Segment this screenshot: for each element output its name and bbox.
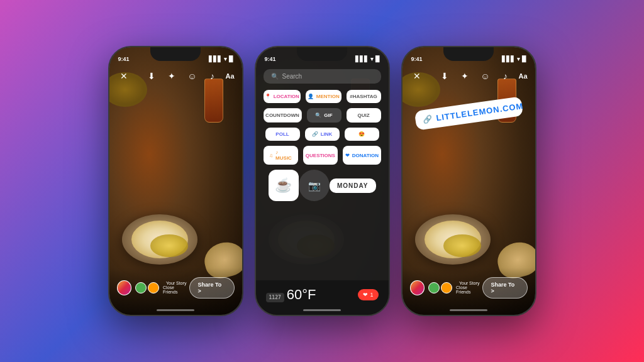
sticker-row-1: 📍 LOCATION 👤 MENTION #HASHTAG	[264, 90, 381, 103]
sticker-search-bar[interactable]: 🔍 Search	[264, 69, 381, 84]
heart-notification-icon: ❤	[363, 292, 368, 298]
notification-badge[interactable]: ❤ 1	[358, 289, 378, 300]
story-targets-right: Your Story Close Friends	[410, 280, 483, 295]
status-time-mid: 9:41	[265, 56, 276, 62]
text-tool-label-right[interactable]: Aa	[518, 72, 527, 80]
your-story-label: Your Story	[166, 281, 186, 285]
link-sticker-btn[interactable]: 🔗 LINK	[305, 128, 340, 141]
story-label-group: Your Story Close Friends	[163, 281, 189, 294]
camera-icon: 📷	[308, 180, 321, 192]
heart-icon: ❤	[345, 153, 350, 158]
notch-right	[443, 47, 494, 61]
close-friends-label: Close Friends	[163, 285, 189, 294]
dot-close-friends-right[interactable]	[441, 282, 452, 293]
wifi-icon-right: ▾	[517, 56, 520, 62]
status-time-right: 9:41	[411, 56, 423, 62]
notch	[150, 47, 201, 61]
hashtag-sticker[interactable]: #HASHTAG	[347, 90, 381, 103]
share-button-right[interactable]: Share To >	[482, 277, 527, 299]
avatar	[117, 280, 132, 295]
sticker-icon[interactable]: ☺	[185, 69, 199, 83]
location-sticker[interactable]: 📍 LOCATION	[264, 90, 301, 103]
search-placeholder: Search	[282, 73, 303, 80]
toolbar-right-icons: ⬇ ✦ ☺ ♪ Aa	[145, 69, 234, 83]
avatar-right	[410, 280, 425, 295]
temp-digits: 1127	[266, 293, 284, 302]
right-phone: 9:41 ▋▋▋ ▾ ▉ ✕ ⬇ ✦ ☺ ♪ Aa 🔗 LITTLELEMON.…	[401, 46, 536, 316]
sticker-row-3: POLL 🔗 LINK 😍	[264, 128, 381, 141]
temperature-value: 60°F	[287, 287, 316, 303]
location-pin-icon: 📍	[265, 94, 271, 99]
middle-phone: 9:41 ▋▋▋ ▾ ▉ 🔍 Search 📍 LOCATION	[255, 46, 390, 316]
battery-icon-right: ▉	[522, 56, 526, 62]
gif-sticker[interactable]: 🔍 GIF	[307, 108, 341, 123]
countdown-sticker[interactable]: COUNTDOWN	[264, 108, 302, 123]
sticker-row-2: COUNTDOWN 🔍 GIF QUIZ	[264, 108, 381, 123]
close-friends-label-right: Close Friends	[456, 285, 482, 294]
story-toolbar-top-right: ✕ ⬇ ✦ ☺ ♪ Aa	[402, 65, 535, 87]
mention-sticker[interactable]: 👤 MENTION	[306, 90, 341, 103]
questions-sticker[interactable]: QUESTIONS	[303, 146, 338, 165]
signal-icon: ▋▋▋	[209, 56, 222, 62]
donation-sticker[interactable]: ❤ DONATION	[343, 146, 380, 165]
music-note-icon: ♫	[269, 153, 273, 158]
home-indicator-right	[450, 309, 487, 311]
sticker-grid: 📍 LOCATION 👤 MENTION #HASHTAG COUNTDOWN	[256, 90, 389, 165]
monday-mug-sticker[interactable]: ☕	[269, 170, 299, 201]
notch-mid	[297, 47, 347, 61]
story-toolbar-top: ✕ ⬇ ✦ ☺ ♪ Aa	[109, 65, 242, 87]
quiz-sticker[interactable]: QUIZ	[347, 108, 381, 123]
dot-your-story[interactable]	[135, 282, 147, 293]
wifi-icon-mid: ▾	[370, 56, 374, 62]
gif-icon: 🔍	[315, 112, 321, 118]
download-icon-right[interactable]: ⬇	[438, 69, 452, 83]
camera-sticker[interactable]: 📷	[299, 170, 330, 201]
poll-sticker[interactable]: POLL	[265, 128, 300, 141]
music-sticker[interactable]: ♫ ♪ MUSIC	[264, 146, 298, 165]
signal-icon-right: ▋▋▋	[502, 56, 515, 62]
music-icon[interactable]: ♪	[205, 69, 219, 83]
share-button[interactable]: Share To >	[189, 277, 234, 299]
status-time: 9:41	[118, 56, 130, 62]
sparkle-icon[interactable]: ✦	[165, 69, 179, 83]
sparkle-icon-right[interactable]: ✦	[458, 69, 472, 83]
monday-sticker[interactable]: MONDAY	[330, 178, 376, 193]
text-tool-label[interactable]: Aa	[225, 72, 234, 80]
left-phone: 9:41 ▋▋▋ ▾ ▉ ✕ ⬇ ✦ ☺ ♪ Aa	[108, 46, 243, 316]
signal-icon-mid: ▋▋▋	[355, 56, 369, 62]
wifi-icon: ▾	[224, 56, 227, 62]
battery-icon: ▉	[229, 56, 233, 62]
music-icon-right[interactable]: ♪	[498, 69, 512, 83]
status-icons: ▋▋▋ ▾ ▉	[209, 56, 233, 62]
link-sticker-icon: 🔗	[422, 114, 433, 124]
download-icon[interactable]: ⬇	[145, 69, 158, 83]
notification-count: 1	[370, 292, 373, 298]
story-bottom-bar: Your Story Close Friends Share To >	[109, 268, 242, 315]
story-dots	[135, 282, 159, 293]
link-chain-icon: 🔗	[312, 131, 318, 137]
your-story-label-right: Your Story	[459, 281, 479, 285]
close-icon-right[interactable]: ✕	[410, 69, 424, 83]
search-icon: 🔍	[271, 73, 279, 80]
dot-close-friends[interactable]	[148, 282, 159, 293]
sticker-panel: 🔍 Search 📍 LOCATION 👤 MENTION #HAS	[256, 47, 389, 315]
sticker-row-4: ♫ ♪ MUSIC QUESTIONS ❤ DONATION	[264, 146, 381, 165]
mention-icon: 👤	[308, 94, 314, 99]
close-icon[interactable]: ✕	[117, 69, 131, 83]
home-indicator	[157, 309, 194, 311]
battery-icon-mid: ▉	[375, 56, 380, 62]
emoji-sticker[interactable]: 😍	[345, 128, 379, 141]
sticker-icon-right[interactable]: ☺	[478, 69, 492, 83]
dot-your-story-right[interactable]	[428, 282, 440, 293]
story-bottom-bar-right: Your Story Close Friends Share To >	[402, 268, 535, 315]
temperature-display: 1127 60°F	[266, 287, 316, 303]
home-indicator-mid	[303, 309, 341, 311]
sticker-bottom-row: ☕ 📷 MONDAY	[256, 165, 389, 201]
story-targets: Your Story Close Friends	[117, 280, 190, 295]
